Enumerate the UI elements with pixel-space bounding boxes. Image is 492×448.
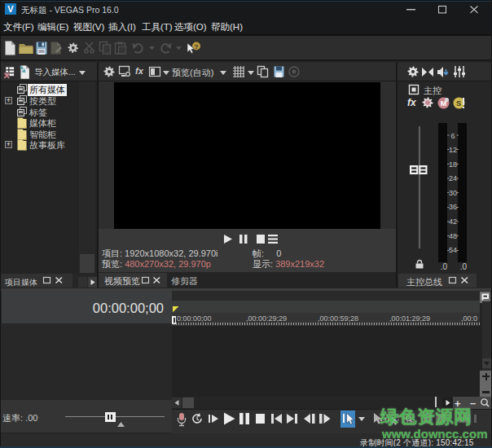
svg-text:S: S — [456, 99, 461, 108]
svg-text:?: ? — [195, 43, 199, 51]
